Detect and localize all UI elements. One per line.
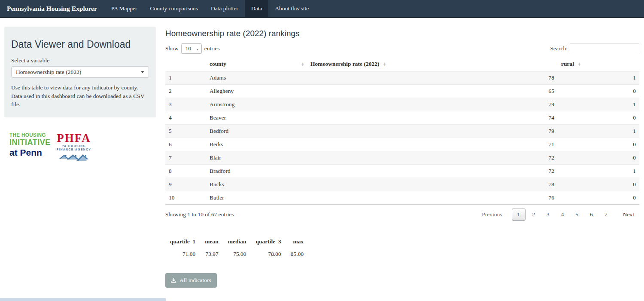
variable-select[interactable]: Homeownership rate (2022) <box>11 66 149 78</box>
cell-value: 71 <box>307 138 558 151</box>
entries-select-value: 10 <box>185 45 191 52</box>
panel-title: Data Viewer and Download <box>11 39 149 50</box>
cell-rural: 0 <box>558 85 639 98</box>
summary-header-mean: mean <box>200 236 223 247</box>
pagination-page-2[interactable]: 2 <box>527 209 540 220</box>
column-header-rank[interactable] <box>165 58 206 71</box>
phfa-logo-sub1: PA HOUSING <box>57 145 91 148</box>
summary-value-mean: 73.97 <box>200 247 223 259</box>
pagination-next[interactable]: Next <box>618 209 639 220</box>
cell-rural: 1 <box>558 125 639 138</box>
table-row[interactable]: 6 Berks 71 0 <box>165 138 639 151</box>
tab-data-plotter[interactable]: Data plotter <box>204 0 245 17</box>
cell-rank: 9 <box>165 178 206 191</box>
cell-value: 76 <box>307 191 558 205</box>
pagination-page-6[interactable]: 6 <box>585 209 598 220</box>
summary-header-row: quartile_1 mean median quartile_3 max <box>165 236 308 247</box>
data-viewer-panel: Data Viewer and Download Select a variab… <box>4 27 156 117</box>
cell-rural: 0 <box>558 111 639 125</box>
tab-pa-mapper[interactable]: PA Mapper <box>105 0 144 17</box>
cell-county: Bucks <box>206 178 307 191</box>
page-content: Data Viewer and Download Select a variab… <box>0 18 644 288</box>
cell-rank: 3 <box>165 98 206 111</box>
sort-icon: ▲▼ <box>577 63 581 67</box>
cell-rank: 4 <box>165 111 206 125</box>
cell-rural: 0 <box>558 191 639 205</box>
table-row[interactable]: 10 Butler 76 0 <box>165 191 639 205</box>
cell-rural: 0 <box>558 178 639 191</box>
pagination-page-3[interactable]: 3 <box>541 209 555 220</box>
table-row[interactable]: 8 Bradford 72 1 <box>165 165 639 178</box>
cell-value: 79 <box>307 125 558 138</box>
table-row[interactable]: 5 Bedford 79 1 <box>165 125 639 138</box>
housing-initiative-logo: THE HOUSING INITIATIVE at Penn <box>9 132 53 157</box>
app-brand[interactable]: Pennsylvania Housing Explorer <box>0 0 105 17</box>
rural-header-label: rural <box>561 61 574 67</box>
summary-value-median: 75.00 <box>223 247 251 259</box>
table-row[interactable]: 2 Allegheny 65 0 <box>165 85 639 98</box>
cell-value: 74 <box>307 111 558 125</box>
summary-value-quartile3: 78.00 <box>251 247 286 259</box>
cell-county: Beaver <box>206 111 307 125</box>
summary-header-quartile3: quartile_3 <box>251 236 286 247</box>
variable-select-label: Select a variable <box>11 57 149 64</box>
summary-stats-table: quartile_1 mean median quartile_3 max 71… <box>165 236 308 259</box>
phfa-logo-acronym: PHFA <box>57 132 91 144</box>
column-header-rural[interactable]: rural ▲▼ <box>558 58 639 71</box>
summary-value-quartile1: 71.00 <box>165 247 200 259</box>
phfa-logo: PHFA PA HOUSING FINANCE AGENCY <box>57 132 91 163</box>
cell-rural: 0 <box>558 151 639 165</box>
table-row[interactable]: 9 Bucks 78 0 <box>165 178 639 191</box>
entries-select[interactable]: 10 ⌄ <box>181 43 202 54</box>
horizontal-scrollbar[interactable] <box>0 298 166 301</box>
cell-rank: 5 <box>165 125 206 138</box>
summary-header-median: median <box>223 236 251 247</box>
cell-value: 79 <box>307 98 558 111</box>
cell-county: Berks <box>206 138 307 151</box>
summary-header-max: max <box>286 236 308 247</box>
chevron-down-icon <box>141 71 144 73</box>
table-row[interactable]: 3 Armstrong 79 1 <box>165 98 639 111</box>
chevron-down-icon: ⌄ <box>196 46 199 51</box>
table-controls: Show 10 ⌄ entries Search: <box>165 43 639 54</box>
sidebar: Data Viewer and Download Select a variab… <box>4 18 156 288</box>
cell-value: 78 <box>307 71 558 85</box>
table-row[interactable]: 4 Beaver 74 0 <box>165 111 639 125</box>
cell-rural: 1 <box>558 165 639 178</box>
search-input[interactable] <box>570 43 639 54</box>
column-header-value[interactable]: Homeownership rate (2022) ▲▼ <box>307 58 558 71</box>
logos: THE HOUSING INITIATIVE at Penn PHFA PA H… <box>9 132 156 163</box>
cell-rank: 2 <box>165 85 206 98</box>
pagination-page-1[interactable]: 1 <box>512 209 526 221</box>
download-button-label: All indicators <box>179 277 211 284</box>
tab-about[interactable]: About this site <box>268 0 315 17</box>
entries-length-control: Show 10 ⌄ entries <box>165 43 220 54</box>
panel-description: Use this table to view data for any indi… <box>11 83 149 109</box>
table-row[interactable]: 7 Blair 72 0 <box>165 151 639 165</box>
main-panel: Homeownership rate (2022) rankings Show … <box>165 18 639 288</box>
hi-logo-line1: THE HOUSING <box>9 132 49 138</box>
cell-county: Allegheny <box>206 85 307 98</box>
tab-data[interactable]: Data <box>245 0 268 17</box>
cell-rural: 1 <box>558 71 639 85</box>
all-indicators-download-button[interactable]: All indicators <box>165 273 217 288</box>
cell-rank: 1 <box>165 71 206 85</box>
download-icon <box>171 278 176 283</box>
summary-values-row: 71.00 73.97 75.00 78.00 85.00 <box>165 247 308 259</box>
cell-rank: 7 <box>165 151 206 165</box>
page-title: Homeownership rate (2022) rankings <box>165 29 639 38</box>
search-label: Search: <box>550 45 568 52</box>
pagination-page-4[interactable]: 4 <box>556 209 569 220</box>
cell-value: 72 <box>307 151 558 165</box>
tab-county-comparisons[interactable]: County comparisons <box>144 0 204 17</box>
pagination-page-5[interactable]: 5 <box>571 209 584 220</box>
value-header-label: Homeownership rate (2022) <box>310 61 379 67</box>
sort-icon: ▲▼ <box>383 63 386 67</box>
table-info: Showing 1 to 10 of 67 entries <box>165 211 234 218</box>
table-row[interactable]: 1 Adams 78 1 <box>165 71 639 85</box>
column-header-county[interactable]: county ▲▼ <box>206 58 307 71</box>
phfa-roofs-icon <box>59 153 88 161</box>
entries-label: entries <box>204 45 220 52</box>
pagination-page-7[interactable]: 7 <box>599 209 613 220</box>
pagination-previous[interactable]: Previous <box>477 209 507 220</box>
